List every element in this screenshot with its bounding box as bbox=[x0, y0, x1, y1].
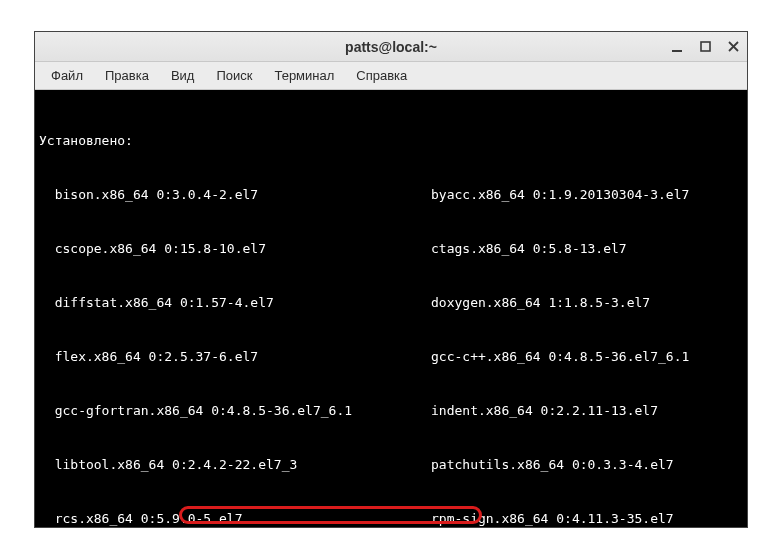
menu-search[interactable]: Поиск bbox=[206, 65, 262, 86]
window-controls bbox=[669, 32, 741, 61]
pkg-row: gcc-gfortran.x86_64 0:4.8.5-36.el7_6.1in… bbox=[39, 402, 743, 420]
titlebar: patts@local:~ bbox=[35, 32, 747, 62]
pkg-row: bison.x86_64 0:3.0.4-2.el7byacc.x86_64 0… bbox=[39, 186, 743, 204]
window-title: patts@local:~ bbox=[345, 39, 437, 55]
pkg-row: libtool.x86_64 0:2.4.2-22.el7_3patchutil… bbox=[39, 456, 743, 474]
maximize-button[interactable] bbox=[697, 39, 713, 55]
pkg-row: diffstat.x86_64 0:1.57-4.el7doxygen.x86_… bbox=[39, 294, 743, 312]
terminal-window: patts@local:~ Файл Правка Вид Поиск Терм… bbox=[34, 31, 748, 528]
pkg-row: flex.x86_64 0:2.5.37-6.el7gcc-c++.x86_64… bbox=[39, 348, 743, 366]
menu-help[interactable]: Справка bbox=[346, 65, 417, 86]
svg-rect-1 bbox=[701, 42, 710, 51]
close-button[interactable] bbox=[725, 39, 741, 55]
menu-terminal[interactable]: Терминал bbox=[264, 65, 344, 86]
terminal-output[interactable]: Установлено: bison.x86_64 0:3.0.4-2.el7b… bbox=[35, 90, 747, 527]
menu-view[interactable]: Вид bbox=[161, 65, 205, 86]
menu-edit[interactable]: Правка bbox=[95, 65, 159, 86]
menu-file[interactable]: Файл bbox=[41, 65, 93, 86]
minimize-button[interactable] bbox=[669, 39, 685, 55]
menubar: Файл Правка Вид Поиск Терминал Справка bbox=[35, 62, 747, 90]
pkg-row: rcs.x86_64 0:5.9.0-5.el7rpm-sign.x86_64 … bbox=[39, 510, 743, 527]
pkg-row: cscope.x86_64 0:15.8-10.el7ctags.x86_64 … bbox=[39, 240, 743, 258]
installed-header: Установлено: bbox=[39, 132, 743, 150]
